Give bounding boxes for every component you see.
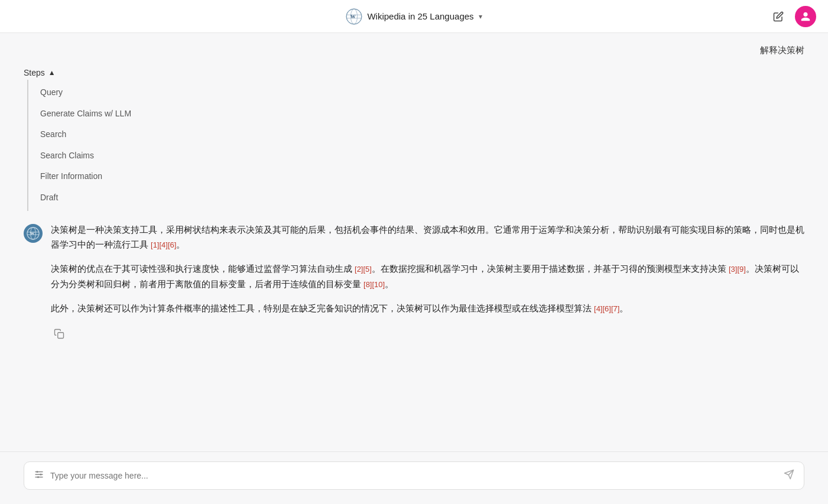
svg-text:W: W	[350, 13, 356, 19]
edit-button[interactable]	[769, 7, 788, 26]
message-content: 决策树是一种决策支持工具，采用树状结构来表示决策及其可能的后果，包括机会事件的结…	[51, 223, 804, 343]
svg-point-15	[37, 471, 38, 473]
steps-label: Steps	[24, 68, 45, 77]
title-section: 解释决策树	[0, 33, 828, 62]
ref-link-2-2[interactable]: [2]	[355, 265, 363, 274]
steps-chevron-icon: ▲	[48, 69, 56, 77]
user-avatar[interactable]	[795, 6, 816, 27]
page-title: 解释决策树	[760, 45, 804, 56]
step-item-draft[interactable]: Draft	[28, 187, 804, 209]
ref-link-1-1[interactable]: [1]	[151, 240, 159, 249]
send-button[interactable]	[784, 469, 794, 482]
svg-rect-11	[58, 333, 64, 339]
message-paragraph-3: 此外，决策树还可以作为计算条件概率的描述性工具，特别是在缺乏完备知识的情况下，决…	[51, 301, 804, 316]
svg-point-17	[37, 476, 39, 478]
message-paragraph-2: 决策树的优点在于其可读性强和执行速度快，能够通过监督学习算法自动生成 [2][5…	[51, 262, 804, 292]
chat-area: W 决策树是一种决策支持工具，采用树状结构来表示决策及其可能的后果，包括机会事件…	[0, 223, 828, 343]
header-actions	[769, 6, 816, 27]
ref-link-2-9[interactable]: [9]	[737, 265, 745, 274]
main-content: 解释决策树 Steps ▲ Query Generate Claims w/ L…	[0, 33, 828, 504]
ref-link-3-6[interactable]: [6]	[603, 304, 611, 313]
app-title-label: Wikipedia in 25 Languages	[367, 11, 473, 21]
step-item-search-claims[interactable]: Search Claims	[28, 145, 804, 167]
ref-link-3-4[interactable]: [4]	[594, 304, 602, 313]
steps-container: Steps ▲ Query Generate Claims w/ LLM Sea…	[24, 68, 804, 211]
input-area	[0, 451, 828, 504]
ref-link-2-3[interactable]: [3]	[729, 265, 737, 274]
step-item-search[interactable]: Search	[28, 124, 804, 145]
wikipedia-logo: W	[346, 8, 362, 25]
message-paragraph-1: 决策树是一种决策支持工具，采用树状结构来表示决策及其可能的后果，包括机会事件的结…	[51, 223, 804, 253]
ref-link-2-8[interactable]: [8]	[363, 280, 372, 289]
ref-link-1-6[interactable]: [6]	[168, 240, 176, 249]
input-container	[24, 461, 804, 490]
ref-link-3-7[interactable]: [7]	[611, 304, 619, 313]
settings-icon[interactable]	[34, 469, 44, 482]
steps-header[interactable]: Steps ▲	[24, 68, 804, 77]
bot-avatar: W	[24, 224, 43, 243]
step-item-query[interactable]: Query	[28, 82, 804, 103]
svg-text:W: W	[30, 231, 34, 236]
ref-link-2-5[interactable]: [5]	[363, 265, 372, 274]
svg-point-16	[40, 474, 42, 476]
message-input[interactable]	[50, 471, 778, 480]
step-item-generate-claims[interactable]: Generate Claims w/ LLM	[28, 103, 804, 125]
header: W Wikipedia in 25 Languages ▾	[0, 0, 828, 33]
steps-list: Query Generate Claims w/ LLM Search Sear…	[27, 80, 804, 211]
ref-link-1-4[interactable]: [4]	[160, 240, 168, 249]
message-row: W 决策树是一种决策支持工具，采用树状结构来表示决策及其可能的后果，包括机会事件…	[24, 223, 804, 343]
app-title-button[interactable]: W Wikipedia in 25 Languages ▾	[346, 8, 482, 25]
title-chevron-icon: ▾	[479, 12, 482, 21]
ref-link-2-10[interactable]: [10]	[372, 280, 385, 289]
copy-button[interactable]	[51, 326, 67, 342]
step-item-filter-information[interactable]: Filter Information	[28, 166, 804, 187]
